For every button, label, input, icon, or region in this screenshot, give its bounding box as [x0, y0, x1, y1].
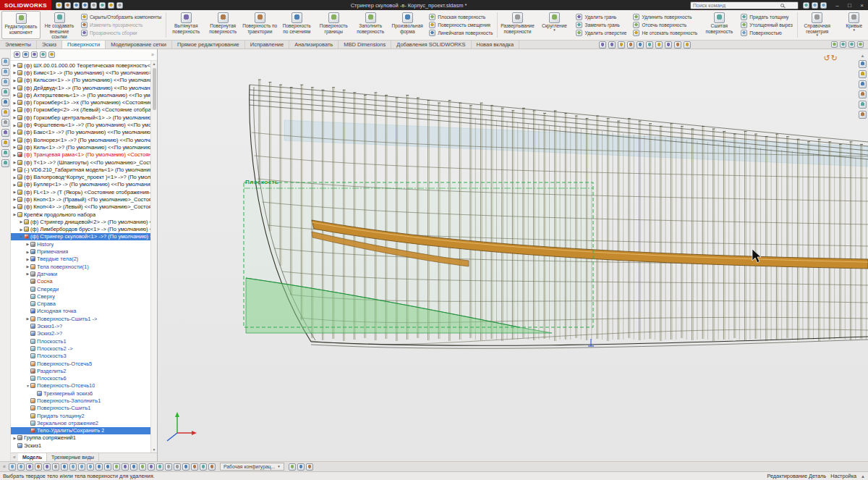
plane-annotation[interactable]: Плоскость: [245, 179, 278, 185]
search-dropdown-icon[interactable]: [803, 2, 809, 9]
open-doc-icon[interactable]: [64, 2, 71, 9]
replace-face-button[interactable]: Заменить грань: [576, 22, 626, 28]
shadows-toggle-icon[interactable]: [859, 101, 867, 109]
panel-toggle-icon[interactable]: [859, 111, 867, 119]
tree-item[interactable]: ▶(ф) Буллер<1> -> (По умолчанию) <<По ум…: [11, 181, 157, 188]
rotate-view-icon[interactable]: [26, 463, 33, 471]
tree-item[interactable]: Исходная точка: [11, 308, 157, 315]
expand-arrow-icon[interactable]: ▶: [12, 115, 17, 119]
section-view-icon[interactable]: [627, 41, 634, 49]
new-doc-icon[interactable]: [56, 2, 62, 9]
tree-item[interactable]: Плоскость2 ->: [11, 345, 157, 352]
tree-item[interactable]: ▶(ф) Горкомбер центральный<1> -> (По умо…: [11, 114, 157, 121]
view-settings-small-icon[interactable]: [306, 463, 313, 471]
delete-hole-button[interactable]: Удалить отверстие: [576, 30, 626, 36]
section-tool-icon[interactable]: [61, 463, 68, 471]
pattern-tool-icon[interactable]: [191, 463, 198, 471]
offset-surface-button[interactable]: Поверхность смещения: [429, 22, 493, 28]
scrollbar-thumb[interactable]: [153, 68, 156, 110]
expand-arrow-icon[interactable]: ▶: [12, 160, 17, 164]
expand-arrow-icon[interactable]: ▶: [12, 145, 17, 149]
customize-button[interactable]: Настройка: [830, 473, 856, 479]
expand-arrow-icon[interactable]: ▶: [12, 212, 17, 216]
tree-item[interactable]: Плоскость3: [11, 353, 157, 360]
material-tool-icon[interactable]: [156, 463, 163, 471]
expand-arrow-icon[interactable]: ▶: [12, 182, 17, 187]
tree-item[interactable]: ▶(ф) Кильсон<1> -> (По умолчанию) <<По у…: [11, 77, 157, 84]
expand-statusbar-icon[interactable]: ▲: [861, 474, 865, 479]
tree-item[interactable]: Сверху: [11, 292, 157, 300]
tree-item[interactable]: Справа: [11, 300, 157, 308]
tree-item[interactable]: Эскиз1: [11, 442, 157, 449]
rotate-view-right-icon[interactable]: ↻: [831, 54, 838, 63]
cut-with-surface-button[interactable]: Поверхностью: [741, 30, 793, 36]
expand-arrow-icon[interactable]: ▶: [12, 123, 17, 127]
tab-model[interactable]: Модель: [18, 453, 47, 461]
expand-arrow-icon[interactable]: ▶: [12, 130, 17, 135]
tree-item[interactable]: ▶Крепёж продольного набора: [11, 211, 157, 218]
tab-9[interactable]: Добавления SOLIDWORKS: [391, 41, 471, 49]
tree-item[interactable]: ▶Датчики: [11, 270, 157, 277]
display-style-icon[interactable]: [646, 41, 653, 49]
help-ribbon-icon[interactable]: [857, 41, 864, 48]
note-tool-icon[interactable]: [1, 109, 9, 117]
rebuild-tool-icon[interactable]: [139, 463, 146, 471]
tree-item[interactable]: ▶(ф) Валопровод^Корпус_проект )<1> ->? (…: [11, 173, 157, 180]
tree-item[interactable]: ▼(ф) Стрингер скуловой<1> ->? (По умолча…: [11, 233, 157, 240]
tab-4[interactable]: Моделирование сетки: [106, 41, 172, 49]
change-transparency-button[interactable]: Изменить прозрачность: [81, 22, 161, 28]
previous-view-icon[interactable]: [618, 41, 625, 49]
undo-icon[interactable]: [90, 2, 97, 9]
filter-edges-icon[interactable]: [1, 78, 9, 86]
draft-analysis-icon[interactable]: [104, 463, 111, 471]
thickened-cut-button[interactable]: Утолщенный вырез: [741, 22, 793, 28]
filled-surface-button[interactable]: Заполнитьповерхность: [352, 11, 388, 39]
tree-item[interactable]: Эскиз2->?: [11, 330, 157, 337]
expand-arrow-icon[interactable]: ▶: [19, 219, 24, 224]
expand-arrow-icon[interactable]: ▶: [12, 63, 17, 67]
tree-item[interactable]: Сосна: [11, 278, 157, 285]
tree-item[interactable]: ▶(ф) Ахтерштевень<1> -> (По умолчанию) <…: [11, 91, 157, 98]
trim-tool-icon[interactable]: [1, 139, 9, 147]
tree-item[interactable]: ▶(ф) Бакс<1> ->? (По умолчанию) <<По умо…: [11, 129, 157, 136]
tree-item[interactable]: ▶History: [11, 240, 157, 248]
apply-scene-icon[interactable]: [674, 41, 681, 49]
lighting-tool-icon[interactable]: [87, 463, 94, 471]
tree-item[interactable]: Плоскость6: [11, 374, 157, 382]
tree-item[interactable]: ▶(ф) Форштевень<1> ->? (По умолчанию) <<…: [11, 121, 157, 128]
active-configuration-dropdown[interactable]: Рабочая конфигурац... ▼: [220, 463, 284, 471]
untrim-surface-button[interactable]: Не отсекать поверхность: [633, 30, 697, 36]
planar-surface-button[interactable]: Плоская поверхность: [429, 14, 493, 20]
expand-arrow-icon[interactable]: ▶: [12, 436, 17, 440]
configurationmanager-tab-icon[interactable]: [31, 51, 38, 58]
tree-item[interactable]: Тело-Удалить/Сохранить 2: [11, 427, 157, 434]
search-icon[interactable]: [780, 4, 784, 7]
tree-item[interactable]: ▶(ф) Кноп<4> -> (Левый) <<По умолчанию>_…: [11, 203, 157, 211]
expand-arrow-icon[interactable]: ▶: [25, 264, 30, 269]
ruled-surface-button[interactable]: Линейчатая поверхность: [429, 30, 493, 36]
tree-item[interactable]: ▶(ф) ШХ.00.01.000.00 Теоретическая повер…: [11, 62, 157, 69]
zoom-fit-icon[interactable]: [599, 41, 606, 49]
grid-system-icon[interactable]: [1, 159, 9, 167]
extruded-surface-button[interactable]: Вытянутаяповерхность: [168, 11, 204, 39]
rotate-view-left-icon[interactable]: ↺: [824, 54, 830, 63]
collapse-ribbon-icon[interactable]: [848, 41, 855, 48]
toolbar-scroll-icon[interactable]: «: [3, 464, 6, 469]
tab-8[interactable]: MBD Dimensions: [339, 41, 391, 49]
pin-commandmanager-icon[interactable]: [831, 41, 838, 48]
freeform-button[interactable]: Произвольнаяформа: [389, 11, 425, 39]
tree-item[interactable]: ▶(ф) Транцевая рама<1> (По умолчанию) <С…: [11, 151, 157, 159]
measure-tool-icon[interactable]: [43, 463, 51, 471]
expand-arrow-icon[interactable]: ▶: [12, 78, 17, 83]
tab-3[interactable]: Поверхности: [62, 41, 106, 49]
tree-item[interactable]: Трехмерный эскиз6: [11, 390, 157, 397]
interference-check-icon[interactable]: [208, 463, 216, 471]
expand-arrow-icon[interactable]: ▶: [12, 190, 17, 194]
expand-arrow-icon[interactable]: ▶: [12, 93, 17, 97]
tree-item[interactable]: ▶Твердые тела(2): [11, 256, 157, 263]
expand-arrow-icon[interactable]: ▶: [12, 175, 17, 180]
swept-surface-button[interactable]: Поверхность потраектории: [242, 11, 278, 39]
tree-item[interactable]: Поверхность-Сшить1: [11, 405, 157, 412]
dimension-tool-icon[interactable]: [1, 129, 9, 137]
delete-face-button[interactable]: Удалить грань: [576, 14, 626, 20]
